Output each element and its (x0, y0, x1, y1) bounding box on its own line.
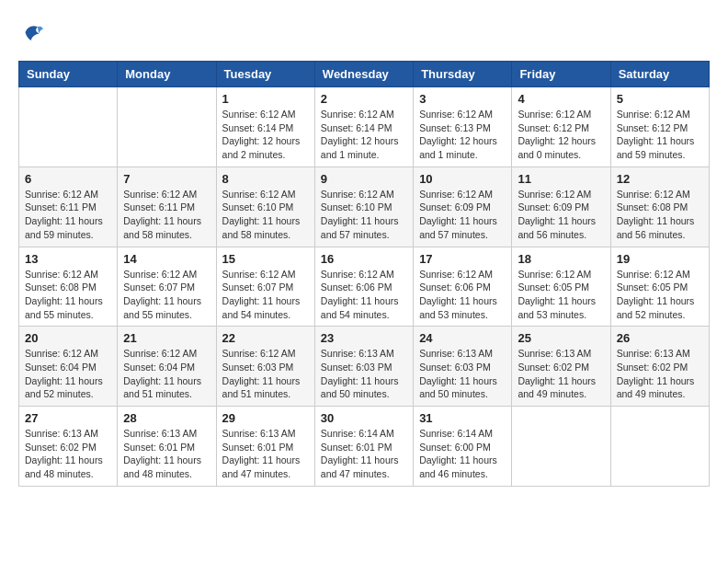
calendar-cell: 15Sunrise: 6:12 AM Sunset: 6:07 PM Dayli… (216, 247, 314, 327)
day-number: 15 (222, 252, 309, 266)
day-info: Sunrise: 6:12 AM Sunset: 6:11 PM Dayligh… (25, 188, 111, 242)
calendar-cell: 2Sunrise: 6:12 AM Sunset: 6:14 PM Daylig… (314, 87, 413, 167)
calendar-cell: 13Sunrise: 6:12 AM Sunset: 6:08 PM Dayli… (19, 247, 118, 327)
weekday-header-row: SundayMondayTuesdayWednesdayThursdayFrid… (19, 62, 710, 87)
day-info: Sunrise: 6:12 AM Sunset: 6:09 PM Dayligh… (419, 188, 506, 242)
day-info: Sunrise: 6:12 AM Sunset: 6:10 PM Dayligh… (222, 188, 309, 242)
day-number: 20 (25, 331, 111, 345)
day-info: Sunrise: 6:12 AM Sunset: 6:09 PM Dayligh… (518, 188, 604, 242)
day-number: 22 (222, 331, 309, 345)
day-number: 8 (222, 172, 309, 186)
day-info: Sunrise: 6:14 AM Sunset: 6:00 PM Dayligh… (419, 427, 506, 481)
calendar-cell: 3Sunrise: 6:12 AM Sunset: 6:13 PM Daylig… (414, 87, 512, 167)
weekday-header-thursday: Thursday (414, 62, 512, 87)
calendar-cell: 24Sunrise: 6:13 AM Sunset: 6:03 PM Dayli… (414, 327, 512, 407)
day-info: Sunrise: 6:12 AM Sunset: 6:08 PM Dayligh… (617, 188, 703, 242)
calendar-cell: 26Sunrise: 6:13 AM Sunset: 6:02 PM Dayli… (610, 327, 709, 407)
calendar-week-row: 20Sunrise: 6:12 AM Sunset: 6:04 PM Dayli… (19, 327, 710, 407)
weekday-header-tuesday: Tuesday (216, 62, 314, 87)
calendar-cell (19, 87, 118, 167)
calendar-week-row: 27Sunrise: 6:13 AM Sunset: 6:02 PM Dayli… (19, 407, 710, 487)
day-number: 24 (419, 331, 506, 345)
calendar-week-row: 1Sunrise: 6:12 AM Sunset: 6:14 PM Daylig… (19, 87, 710, 167)
calendar-cell: 11Sunrise: 6:12 AM Sunset: 6:09 PM Dayli… (512, 167, 610, 247)
day-number: 14 (123, 252, 210, 266)
calendar-cell: 4Sunrise: 6:12 AM Sunset: 6:12 PM Daylig… (512, 87, 610, 167)
calendar-cell: 23Sunrise: 6:13 AM Sunset: 6:03 PM Dayli… (314, 327, 413, 407)
day-info: Sunrise: 6:12 AM Sunset: 6:12 PM Dayligh… (518, 108, 604, 162)
day-info: Sunrise: 6:12 AM Sunset: 6:03 PM Dayligh… (222, 347, 309, 401)
day-number: 13 (25, 252, 111, 266)
calendar-cell: 18Sunrise: 6:12 AM Sunset: 6:05 PM Dayli… (512, 247, 610, 327)
calendar-cell: 7Sunrise: 6:12 AM Sunset: 6:11 PM Daylig… (118, 167, 216, 247)
weekday-header-wednesday: Wednesday (314, 62, 413, 87)
day-number: 26 (617, 331, 703, 345)
day-number: 1 (222, 92, 309, 106)
day-info: Sunrise: 6:12 AM Sunset: 6:05 PM Dayligh… (518, 268, 604, 322)
weekday-header-friday: Friday (512, 62, 610, 87)
calendar-cell: 25Sunrise: 6:13 AM Sunset: 6:02 PM Dayli… (512, 327, 610, 407)
calendar-cell: 29Sunrise: 6:13 AM Sunset: 6:01 PM Dayli… (216, 407, 314, 487)
day-number: 23 (321, 331, 407, 345)
day-info: Sunrise: 6:12 AM Sunset: 6:04 PM Dayligh… (123, 347, 210, 401)
day-number: 10 (419, 172, 506, 186)
day-number: 27 (25, 411, 111, 425)
day-number: 9 (321, 172, 407, 186)
calendar-cell: 1Sunrise: 6:12 AM Sunset: 6:14 PM Daylig… (216, 87, 314, 167)
day-number: 19 (617, 252, 703, 266)
day-number: 2 (321, 92, 407, 106)
day-info: Sunrise: 6:13 AM Sunset: 6:03 PM Dayligh… (321, 347, 407, 401)
calendar-cell: 22Sunrise: 6:12 AM Sunset: 6:03 PM Dayli… (216, 327, 314, 407)
calendar-cell: 10Sunrise: 6:12 AM Sunset: 6:09 PM Dayli… (414, 167, 512, 247)
day-number: 18 (518, 252, 604, 266)
calendar-cell: 16Sunrise: 6:12 AM Sunset: 6:06 PM Dayli… (314, 247, 413, 327)
calendar-cell: 28Sunrise: 6:13 AM Sunset: 6:01 PM Dayli… (118, 407, 216, 487)
day-info: Sunrise: 6:13 AM Sunset: 6:03 PM Dayligh… (419, 347, 506, 401)
calendar-cell: 20Sunrise: 6:12 AM Sunset: 6:04 PM Dayli… (19, 327, 118, 407)
day-info: Sunrise: 6:12 AM Sunset: 6:10 PM Dayligh… (321, 188, 407, 242)
day-info: Sunrise: 6:12 AM Sunset: 6:11 PM Dayligh… (123, 188, 210, 242)
day-info: Sunrise: 6:12 AM Sunset: 6:08 PM Dayligh… (25, 268, 111, 322)
day-info: Sunrise: 6:14 AM Sunset: 6:01 PM Dayligh… (321, 427, 407, 481)
calendar-week-row: 13Sunrise: 6:12 AM Sunset: 6:08 PM Dayli… (19, 247, 710, 327)
day-number: 30 (321, 411, 407, 425)
day-number: 31 (419, 411, 506, 425)
calendar-cell: 21Sunrise: 6:12 AM Sunset: 6:04 PM Dayli… (118, 327, 216, 407)
calendar-cell (118, 87, 216, 167)
day-info: Sunrise: 6:12 AM Sunset: 6:07 PM Dayligh… (222, 268, 309, 322)
day-info: Sunrise: 6:13 AM Sunset: 6:02 PM Dayligh… (25, 427, 111, 481)
calendar-cell: 31Sunrise: 6:14 AM Sunset: 6:00 PM Dayli… (414, 407, 512, 487)
day-number: 4 (518, 92, 604, 106)
calendar-cell: 5Sunrise: 6:12 AM Sunset: 6:12 PM Daylig… (610, 87, 709, 167)
calendar-cell: 12Sunrise: 6:12 AM Sunset: 6:08 PM Dayli… (610, 167, 709, 247)
day-info: Sunrise: 6:12 AM Sunset: 6:07 PM Dayligh… (123, 268, 210, 322)
day-info: Sunrise: 6:13 AM Sunset: 6:02 PM Dayligh… (617, 347, 703, 401)
calendar-cell: 27Sunrise: 6:13 AM Sunset: 6:02 PM Dayli… (19, 407, 118, 487)
day-number: 5 (617, 92, 703, 106)
day-info: Sunrise: 6:12 AM Sunset: 6:13 PM Dayligh… (419, 108, 506, 162)
day-number: 7 (123, 172, 210, 186)
calendar-table: SundayMondayTuesdayWednesdayThursdayFrid… (18, 61, 710, 487)
day-info: Sunrise: 6:12 AM Sunset: 6:14 PM Dayligh… (321, 108, 407, 162)
calendar-cell (610, 407, 709, 487)
calendar-cell: 6Sunrise: 6:12 AM Sunset: 6:11 PM Daylig… (19, 167, 118, 247)
day-number: 16 (321, 252, 407, 266)
weekday-header-sunday: Sunday (19, 62, 118, 87)
day-info: Sunrise: 6:12 AM Sunset: 6:04 PM Dayligh… (25, 347, 111, 401)
day-number: 3 (419, 92, 506, 106)
weekday-header-saturday: Saturday (610, 62, 709, 87)
day-number: 25 (518, 331, 604, 345)
day-info: Sunrise: 6:13 AM Sunset: 6:02 PM Dayligh… (518, 347, 604, 401)
calendar-cell (512, 407, 610, 487)
calendar-week-row: 6Sunrise: 6:12 AM Sunset: 6:11 PM Daylig… (19, 167, 710, 247)
day-info: Sunrise: 6:12 AM Sunset: 6:05 PM Dayligh… (617, 268, 703, 322)
day-info: Sunrise: 6:12 AM Sunset: 6:06 PM Dayligh… (321, 268, 407, 322)
calendar-cell: 30Sunrise: 6:14 AM Sunset: 6:01 PM Dayli… (314, 407, 413, 487)
calendar-cell: 14Sunrise: 6:12 AM Sunset: 6:07 PM Dayli… (118, 247, 216, 327)
weekday-header-monday: Monday (118, 62, 216, 87)
day-number: 17 (419, 252, 506, 266)
calendar-cell: 8Sunrise: 6:12 AM Sunset: 6:10 PM Daylig… (216, 167, 314, 247)
day-info: Sunrise: 6:13 AM Sunset: 6:01 PM Dayligh… (123, 427, 210, 481)
page-header (18, 18, 710, 46)
day-info: Sunrise: 6:12 AM Sunset: 6:06 PM Dayligh… (419, 268, 506, 322)
